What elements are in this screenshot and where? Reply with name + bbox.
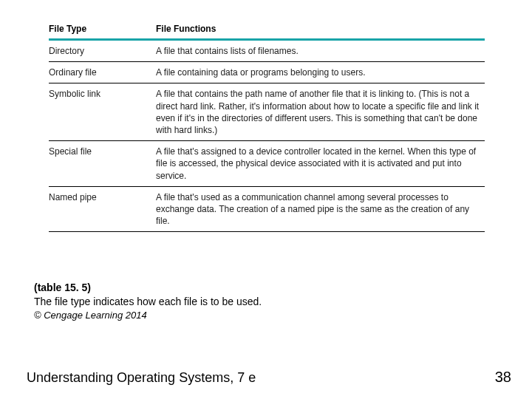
cell-type: Directory bbox=[49, 41, 156, 61]
caption-block: (table 15. 5) The file type indicates ho… bbox=[34, 281, 262, 321]
cell-type: Special file bbox=[49, 141, 156, 186]
cell-function: A file containing data or programs belon… bbox=[156, 62, 485, 83]
table-row: Ordinary file A file containing data or … bbox=[49, 62, 485, 83]
cell-type: Ordinary file bbox=[49, 62, 156, 83]
table-row: Directory A file that contains lists of … bbox=[49, 41, 485, 61]
table-row: Special file A file that's assigned to a… bbox=[49, 141, 485, 186]
cell-function: A file that contains lists of filenames. bbox=[156, 41, 485, 61]
cell-function: A file that contains the path name of an… bbox=[156, 83, 485, 140]
table-header-row: File Type File Functions bbox=[49, 21, 485, 38]
book-title: Understanding Operating Systems, 7 e bbox=[27, 370, 256, 386]
table-row: Named pipe A file that's used as a commu… bbox=[49, 187, 485, 232]
cell-function: A file that's used as a communication ch… bbox=[156, 187, 485, 232]
copyright-text: © Cengage Learning 2014 bbox=[34, 309, 262, 322]
cell-type: Named pipe bbox=[49, 187, 156, 232]
table-description: The file type indicates how each file is… bbox=[34, 295, 262, 309]
cell-function: A file that's assigned to a device contr… bbox=[156, 141, 485, 186]
cell-type: Symbolic link bbox=[49, 83, 156, 140]
table-row: Symbolic link A file that contains the p… bbox=[49, 83, 485, 140]
header-file-functions: File Functions bbox=[156, 21, 485, 38]
header-file-type: File Type bbox=[49, 21, 156, 38]
row-divider bbox=[49, 231, 485, 232]
table-label: (table 15. 5) bbox=[34, 281, 262, 295]
file-types-table: File Type File Functions Directory A fil… bbox=[49, 21, 485, 232]
slide-footer: Understanding Operating Systems, 7 e 38 bbox=[27, 369, 511, 386]
page-number: 38 bbox=[495, 369, 511, 386]
